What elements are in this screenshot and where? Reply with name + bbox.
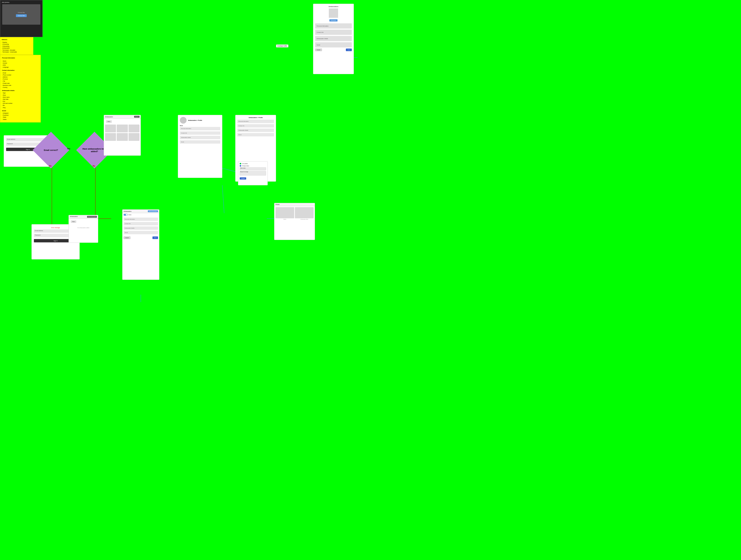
field-gender: - Gender [2, 62, 39, 64]
top-right-title: Ambassadors [315, 6, 352, 7]
amb-new-title: Ambassadors [124, 211, 132, 212]
gallery-item: Gallery [275, 207, 294, 220]
new-contact-info[interactable]: Contact info [124, 222, 158, 225]
ambassadors-grid [104, 123, 141, 142]
add-photos-title: Add photos [0, 0, 42, 4]
new-ambassador-details[interactable]: Ambassador details [124, 227, 158, 230]
live-status-row: Live update [240, 163, 266, 164]
field-dob: - DOB [2, 64, 39, 66]
profile-header: Ambassadors > Profile [180, 117, 220, 124]
change-indicator [240, 165, 241, 167]
yes-label-1: Yes [67, 148, 70, 150]
status-onboarding: - Onboarding [2, 45, 32, 48]
ambassadors-list-empty: Ambassadors Add ambassador Filters No am… [69, 215, 98, 243]
amb-empty-header: Ambassadors Add ambassador [69, 215, 98, 219]
drop-zone[interactable]: Choose files Choose files [2, 4, 41, 25]
active-toggle[interactable] [124, 214, 128, 216]
top-right-footer: Cancel Save [315, 49, 352, 51]
live-status-label: Live update [242, 163, 248, 164]
profile-title: Ambassadors > Profile [188, 120, 202, 121]
choose-label: Choose files [18, 12, 25, 13]
social-section[interactable]: Social [180, 140, 220, 144]
photo-grid: Gallery Ambassador photo [274, 206, 315, 221]
ambassador-details-label: Ambassador details: [2, 89, 39, 91]
grid-item-6[interactable] [129, 133, 139, 141]
status-terminated-unamicable: - Terminated - Unamicable [2, 51, 32, 53]
contact-section-label: Contact information: [2, 69, 39, 71]
grid-item-4[interactable] [105, 133, 116, 141]
diamond-ambassadors-label: Have ambassadors been added? [81, 147, 108, 153]
add-ambassador-btn-new[interactable]: Add ambassador [148, 210, 158, 212]
ambassador-top-right-card: Ambassadors Add photo Personal informati… [313, 4, 354, 74]
ambassador-details-section-note: Ambassador details: - Type - Store - Sto… [2, 89, 39, 109]
amb-new-header: Ambassadors Add ambassador [123, 209, 159, 213]
change-status-label: Change status [242, 165, 249, 167]
detail-contact-info[interactable]: Contact info [237, 124, 274, 127]
contact-info-badge: Contact info [276, 45, 288, 48]
statuses-title: Statuses: [2, 39, 32, 41]
amb-list-title: Ambassadors [105, 116, 113, 118]
live-indicator [240, 163, 241, 164]
ambassador-profile-card: Ambassadors > Profile Name Personal info… [178, 115, 222, 178]
detail-social[interactable]: Social [237, 133, 274, 136]
no-label-1: No [49, 165, 52, 167]
new-social[interactable]: Social [124, 231, 158, 234]
grid-item-1[interactable] [105, 125, 116, 132]
photos-header: Photos [274, 203, 315, 206]
detail-right-title: Ambassadors > Profile [237, 117, 274, 118]
field-name: - Name [2, 60, 39, 62]
personal-info-title: Personal Information [2, 57, 39, 59]
avatar [180, 117, 187, 124]
top-right-avatar [329, 8, 338, 18]
top-right-social[interactable]: Social [315, 42, 352, 48]
toggle-row: Active [123, 213, 159, 216]
grid-item-3[interactable] [129, 125, 139, 132]
choose-files-btn[interactable]: Choose files [16, 14, 27, 17]
personal-info-note: Personal Information - Name - Gender - D… [0, 55, 41, 122]
status-converting: - Converting [2, 43, 32, 45]
cancel-btn[interactable]: Cancel [124, 237, 130, 239]
detail-ambassador-details[interactable]: Ambassador details [237, 129, 274, 132]
top-right-contact-info[interactable]: Contact info [315, 29, 352, 35]
filters-button-top[interactable]: Filters [106, 120, 112, 123]
ambassador-details-section[interactable]: Ambassador details [180, 136, 220, 139]
new-personal-info[interactable]: Personal information [124, 217, 158, 221]
svg-line-9 [222, 185, 224, 213]
social-label: Social: [2, 110, 39, 112]
add-photo-btn-top-right[interactable]: Add photo [329, 19, 337, 21]
diamond-email-label: Email correct? [44, 149, 58, 151]
reason-textarea[interactable]: Reason for change [240, 171, 266, 176]
grid-item-5[interactable] [117, 133, 128, 141]
ambassador-photo[interactable] [295, 207, 314, 218]
ambassadors-list-top: Ambassadors Search Filters [104, 115, 141, 155]
status-change-card: Live update Change status Select status … [238, 161, 268, 185]
no-label-2: No [92, 165, 95, 167]
gallery-photo[interactable] [275, 207, 294, 218]
ambassador-new-card: Ambassadors Add ambassador Active Person… [122, 209, 159, 280]
ambassador-photo-item: Ambassador photo [295, 207, 314, 220]
filters-button-empty[interactable]: Filters [71, 221, 76, 223]
field-language: - Language [2, 66, 39, 68]
gallery-label: Gallery [275, 219, 294, 220]
status-pipeline: - Pipeline [2, 42, 32, 44]
status-ambassador: - Ambassador [2, 47, 32, 49]
personal-info-fields: - Name - Gender - DOB - Language [2, 60, 39, 68]
contact-info-section-note: Contact information: - Email - Phone num… [2, 69, 39, 88]
update-button[interactable]: Update [240, 177, 246, 180]
search-button[interactable]: Search [134, 116, 139, 118]
personal-info-section[interactable]: Personal information [180, 127, 220, 130]
top-right-save-btn[interactable]: Save [346, 49, 352, 51]
top-right-ambassador-details[interactable]: Ambassador details [315, 36, 352, 41]
save-btn[interactable]: Save [152, 237, 158, 239]
status-select[interactable]: Select status [240, 167, 266, 170]
add-ambassador-btn-empty[interactable]: Add ambassador [87, 216, 97, 218]
contact-info-section[interactable]: Contact info [180, 131, 220, 135]
top-right-cancel-btn[interactable]: Cancel [315, 49, 322, 51]
amb-empty-title: Ambassadors [70, 216, 78, 218]
add-photos-card: Add photos Choose files Choose files [0, 0, 43, 37]
status-terminated-amicable: - Terminated - Amicable [2, 49, 32, 51]
top-right-personal-info[interactable]: Personal information [315, 23, 352, 28]
grid-item-2[interactable] [117, 125, 128, 132]
detail-personal-info[interactable]: Personal information [237, 120, 274, 123]
statuses-note: Statuses: - Pipeline - Converting - Onbo… [0, 37, 33, 55]
